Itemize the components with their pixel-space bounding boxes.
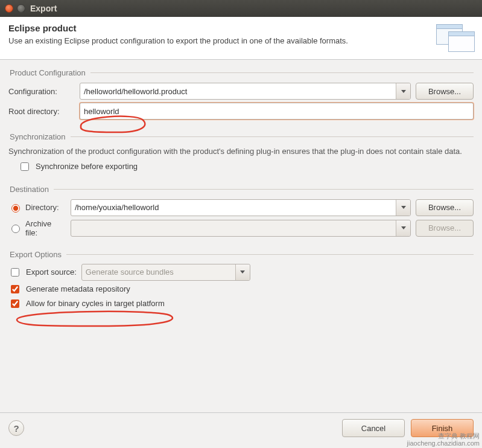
banner-description: Use an existing Eclipse product configur… <box>8 36 428 46</box>
window-titlebar: Export <box>0 0 482 17</box>
synchronization-description: Synchronization of the product configura… <box>8 146 474 157</box>
configuration-browse-button[interactable]: Browse... <box>416 83 474 100</box>
destination-directory-browse-button[interactable]: Browse... <box>416 199 474 216</box>
watermark: 查字典 教程网 jiaocheng.chazidian.com <box>407 432 480 447</box>
wizard-banner: Eclipse product Use an existing Eclipse … <box>0 17 482 60</box>
synchronize-label: Synchronize before exporting <box>36 162 138 171</box>
configuration-combo[interactable] <box>80 83 411 100</box>
group-export-options: Export Options Export source: Generate m… <box>8 250 474 316</box>
group-legend: Destination <box>8 185 54 194</box>
synchronize-checkbox[interactable] <box>21 162 29 171</box>
window-minimize-button[interactable] <box>17 4 25 13</box>
generate-metadata-checkbox[interactable] <box>11 285 19 293</box>
allow-binary-cycles-label: Allow for binary cycles in target platfo… <box>26 299 165 308</box>
destination-archive-browse-button: Browse... <box>416 220 474 237</box>
export-source-combo <box>81 264 250 281</box>
export-source-field <box>82 264 235 280</box>
chevron-down-icon[interactable] <box>396 200 410 216</box>
group-legend: Export Options <box>8 250 66 259</box>
configuration-label: Configuration: <box>8 87 75 96</box>
destination-archive-radio[interactable] <box>11 225 20 233</box>
export-source-label: Export source: <box>26 267 77 277</box>
root-directory-label: Root directory: <box>8 107 75 116</box>
root-directory-input[interactable] <box>80 103 474 120</box>
destination-directory-radio[interactable] <box>11 204 20 213</box>
destination-archive-field <box>71 220 396 236</box>
generate-metadata-label: Generate metadata repository <box>26 284 130 293</box>
group-destination: Destination Directory: Browse... Archive… <box>8 185 474 244</box>
chevron-down-icon <box>235 264 250 280</box>
group-synchronization: Synchronization Synchronization of the p… <box>8 132 474 179</box>
destination-archive-combo <box>71 220 411 237</box>
window-close-button[interactable] <box>5 4 13 13</box>
window-title: Export <box>30 4 57 13</box>
banner-title: Eclipse product <box>8 23 428 33</box>
export-product-icon <box>435 23 474 52</box>
export-source-checkbox[interactable] <box>11 268 19 277</box>
configuration-field[interactable] <box>80 83 396 99</box>
destination-archive-label: Archive file: <box>25 219 66 237</box>
help-button[interactable]: ? <box>8 420 24 436</box>
group-legend: Synchronization <box>8 132 71 141</box>
destination-directory-combo[interactable] <box>71 199 411 216</box>
group-product-configuration: Product Configuration Configuration: Bro… <box>8 68 474 126</box>
cancel-button[interactable]: Cancel <box>342 419 405 437</box>
destination-directory-field[interactable] <box>71 200 396 216</box>
group-legend: Product Configuration <box>8 68 90 77</box>
chevron-down-icon <box>396 220 410 236</box>
allow-binary-cycles-checkbox[interactable] <box>11 299 19 308</box>
destination-directory-label: Directory: <box>25 203 59 212</box>
chevron-down-icon[interactable] <box>396 83 410 99</box>
